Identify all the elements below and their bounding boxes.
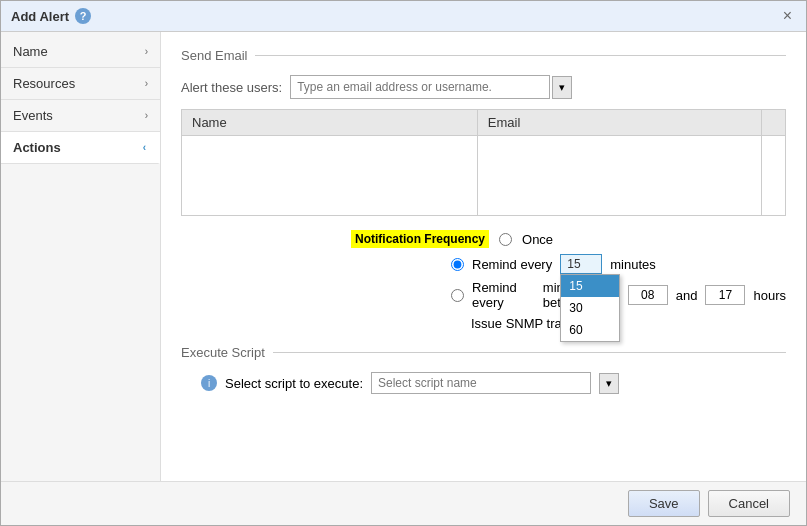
close-button[interactable]: × bbox=[779, 7, 796, 25]
remind-every2-label: Remind every bbox=[472, 280, 535, 310]
chevron-right-icon-2: › bbox=[145, 78, 148, 89]
chevron-right-icon: › bbox=[145, 46, 148, 57]
script-select-row: i Select script to execute: ▾ bbox=[181, 372, 786, 394]
once-label: Once bbox=[522, 232, 553, 247]
sidebar-item-actions-label: Actions bbox=[13, 140, 61, 155]
table-action-cell bbox=[762, 136, 786, 216]
email-input[interactable] bbox=[290, 75, 550, 99]
remind-every-row: Remind every 15 30 60 15 30 60 bbox=[181, 254, 786, 274]
and-label: and bbox=[676, 288, 698, 303]
dialog-body: Name › Resources › Events › Actions ‹ Se… bbox=[1, 32, 806, 481]
sidebar-item-resources[interactable]: Resources › bbox=[1, 68, 160, 100]
dialog-title: Add Alert ? bbox=[11, 8, 91, 24]
minutes-dropdown-open: 15 30 60 bbox=[560, 274, 620, 342]
hours-from-input[interactable] bbox=[628, 285, 668, 305]
notification-section: Notification Frequency Once Remind every… bbox=[181, 230, 786, 331]
email-dropdown-button[interactable]: ▾ bbox=[552, 76, 572, 99]
script-dropdown-button[interactable]: ▾ bbox=[599, 373, 619, 394]
minutes-select-wrapper: 15 30 60 15 30 60 bbox=[560, 254, 602, 274]
col-action-header bbox=[762, 110, 786, 136]
snmp-row: Issue SNMP trap: bbox=[181, 316, 786, 331]
info-icon: i bbox=[201, 375, 217, 391]
sidebar-item-name[interactable]: Name › bbox=[1, 36, 160, 68]
alert-users-label: Alert these users: bbox=[181, 80, 282, 95]
script-input[interactable] bbox=[371, 372, 591, 394]
remind-every-radio[interactable] bbox=[451, 258, 464, 271]
notification-frequency-label: Notification Frequency bbox=[351, 230, 489, 248]
sidebar: Name › Resources › Events › Actions ‹ bbox=[1, 32, 161, 481]
save-button[interactable]: Save bbox=[628, 490, 700, 517]
cancel-button[interactable]: Cancel bbox=[708, 490, 790, 517]
dialog-footer: Save Cancel bbox=[1, 481, 806, 525]
sidebar-item-resources-label: Resources bbox=[13, 76, 75, 91]
sidebar-item-actions[interactable]: Actions ‹ bbox=[1, 132, 160, 164]
minutes-label: minutes bbox=[610, 257, 656, 272]
users-table: Name Email bbox=[181, 109, 786, 216]
main-content: Send Email Alert these users: ▾ Name Ema… bbox=[161, 32, 806, 481]
sidebar-item-events-label: Events bbox=[13, 108, 53, 123]
remind-every-label: Remind every bbox=[472, 257, 552, 272]
add-alert-dialog: Add Alert ? × Name › Resources › Events … bbox=[0, 0, 807, 526]
execute-script-section: Execute Script i Select script to execut… bbox=[181, 345, 786, 394]
chevron-right-icon-3: › bbox=[145, 110, 148, 121]
sidebar-item-events[interactable]: Events › bbox=[1, 100, 160, 132]
email-input-wrapper: ▾ bbox=[290, 75, 572, 99]
option-60[interactable]: 60 bbox=[561, 319, 619, 341]
help-icon[interactable]: ? bbox=[75, 8, 91, 24]
dialog-header: Add Alert ? × bbox=[1, 1, 806, 32]
hours-label: hours bbox=[753, 288, 786, 303]
table-row bbox=[182, 136, 786, 216]
chevron-left-icon: ‹ bbox=[143, 142, 146, 153]
snmp-label: Issue SNMP trap: bbox=[471, 316, 573, 331]
col-name-header: Name bbox=[182, 110, 478, 136]
notification-freq-area: Notification Frequency Once bbox=[181, 230, 786, 248]
remind-every2-radio[interactable] bbox=[451, 289, 464, 302]
once-radio[interactable] bbox=[499, 233, 512, 246]
alert-users-row: Alert these users: ▾ bbox=[181, 75, 786, 99]
option-15[interactable]: 15 bbox=[561, 275, 619, 297]
col-email-header: Email bbox=[477, 110, 761, 136]
dialog-title-text: Add Alert bbox=[11, 9, 69, 24]
send-email-section-title: Send Email bbox=[181, 48, 786, 63]
option-30[interactable]: 30 bbox=[561, 297, 619, 319]
remind-every2-row: Remind every minutes between and hours bbox=[181, 280, 786, 310]
execute-script-title: Execute Script bbox=[181, 345, 786, 360]
select-script-label: Select script to execute: bbox=[225, 376, 363, 391]
sidebar-item-name-label: Name bbox=[13, 44, 48, 59]
hours-to-input[interactable] bbox=[705, 285, 745, 305]
table-email-cell bbox=[477, 136, 761, 216]
minutes-select[interactable]: 15 30 60 bbox=[560, 254, 602, 274]
table-name-cell bbox=[182, 136, 478, 216]
